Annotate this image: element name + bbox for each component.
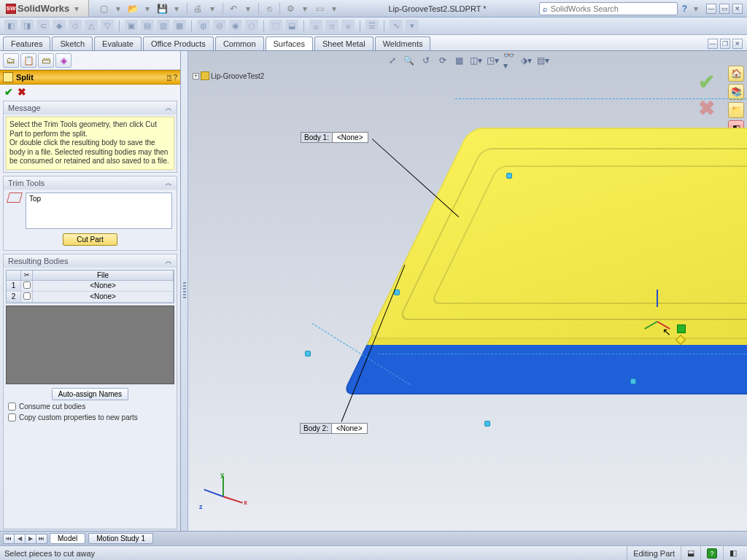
- confirm-cancel-icon[interactable]: ✖: [698, 96, 715, 120]
- tool-icon[interactable]: ◇: [69, 20, 82, 33]
- tool-icon[interactable]: ⊂: [36, 20, 50, 33]
- callout-value[interactable]: <None>: [332, 423, 368, 434]
- zoom-area-icon[interactable]: 🔍: [402, 54, 417, 67]
- tool-icon[interactable]: ◎: [213, 20, 226, 33]
- view-settings-icon[interactable]: ▤▾: [536, 54, 551, 67]
- tool-icon[interactable]: ∿: [390, 20, 403, 33]
- plane-handle[interactable]: [630, 378, 636, 384]
- rebuild-icon[interactable]: ⎋: [263, 3, 275, 15]
- motion-study-tab[interactable]: Motion Study 1: [88, 533, 153, 544]
- expand-icon[interactable]: +: [193, 73, 199, 79]
- body2-callout[interactable]: Body 2: <None>: [300, 423, 368, 434]
- tab-office-products[interactable]: Office Products: [143, 36, 214, 50]
- table-row[interactable]: 2 <None>: [7, 292, 174, 303]
- previous-view-icon[interactable]: ↺: [419, 54, 433, 67]
- row-file[interactable]: <None>: [33, 281, 174, 291]
- close-button[interactable]: ✕: [732, 4, 743, 14]
- tool-icon[interactable]: ▽: [101, 20, 114, 33]
- collapse-icon[interactable]: ︽: [165, 256, 172, 266]
- status-rebuild-icon[interactable]: ◧: [723, 546, 743, 560]
- tab-surfaces[interactable]: Surfaces: [266, 36, 313, 50]
- print-icon[interactable]: 🖨: [192, 3, 204, 15]
- tool-icon[interactable]: ◍: [197, 20, 210, 33]
- tool-icon[interactable]: △: [85, 20, 98, 33]
- panel-tab-property-manager[interactable]: 📋: [20, 53, 36, 68]
- tab-nav-prev[interactable]: ◀: [14, 534, 26, 544]
- callout-value[interactable]: <None>: [333, 132, 368, 143]
- panel-tab-feature-manager[interactable]: 🗂: [3, 53, 19, 68]
- collapse-icon[interactable]: ︽: [165, 178, 172, 188]
- flyout-tree-root[interactable]: + Lip-GrooveTest2: [193, 71, 264, 80]
- design-library-tab-icon[interactable]: 📚: [728, 84, 744, 100]
- tab-features[interactable]: Features: [3, 36, 50, 50]
- undo-icon[interactable]: ↶: [228, 3, 239, 15]
- help-icon[interactable]: ?: [682, 4, 687, 14]
- dropdown-icon[interactable]: ▾: [112, 3, 124, 15]
- new-icon[interactable]: ▢: [98, 3, 109, 15]
- plane-handle[interactable]: [506, 173, 512, 179]
- view-orientation-icon[interactable]: ▦: [452, 54, 467, 67]
- tab-evaluate[interactable]: Evaluate: [94, 36, 142, 50]
- graphics-viewport[interactable]: + Lip-GrooveTest2 ⤢ 🔍 ↺ ⟳ ▦ ◫▾ ◳▾ 👓▾ ⬗▾ …: [188, 51, 747, 531]
- row-checkbox[interactable]: [23, 292, 31, 300]
- trim-tools-list[interactable]: Top: [26, 192, 172, 229]
- dropdown-icon[interactable]: ▾: [406, 20, 419, 33]
- panel-tab-dimxpert[interactable]: ◈: [55, 53, 71, 68]
- panel-resize-grip[interactable]: [181, 51, 188, 531]
- file-explorer-tab-icon[interactable]: 📁: [728, 102, 744, 118]
- table-row[interactable]: 1 <None>: [7, 281, 174, 292]
- panel-tab-configuration[interactable]: 🗃: [38, 53, 54, 68]
- tool-icon[interactable]: ⎅: [325, 20, 338, 33]
- status-unit-icon[interactable]: ⬓: [681, 546, 700, 560]
- dropdown-icon[interactable]: ▾: [206, 3, 218, 15]
- open-icon[interactable]: 📂: [127, 3, 139, 15]
- status-help-icon[interactable]: ?: [707, 548, 717, 559]
- copy-custom-props-checkbox[interactable]: Copy custom properties to new parts: [4, 412, 177, 423]
- hide-show-icon[interactable]: ◳▾: [486, 54, 500, 67]
- apply-scene-icon[interactable]: ⬗▾: [519, 54, 534, 67]
- dropdown-icon[interactable]: ▾: [299, 3, 311, 15]
- body1-callout[interactable]: Body 1: <None>: [301, 132, 368, 143]
- tool-icon[interactable]: ▤: [141, 20, 154, 33]
- tool-icon[interactable]: ◆: [53, 20, 66, 33]
- search-box[interactable]: ⌕: [539, 2, 678, 15]
- tool-icon[interactable]: ▥: [157, 20, 170, 33]
- dropdown-icon[interactable]: ▾: [171, 3, 182, 15]
- tab-weldments[interactable]: Weldments: [375, 36, 431, 50]
- plane-handle[interactable]: [484, 421, 490, 427]
- tool-icon[interactable]: ◧: [4, 20, 18, 33]
- tab-nav-next[interactable]: ▶: [25, 534, 36, 544]
- save-icon[interactable]: 💾: [156, 3, 168, 15]
- tool-icon[interactable]: ◌: [245, 20, 258, 33]
- auto-assign-names-button[interactable]: Auto-assign Names: [52, 388, 128, 400]
- screen-icon[interactable]: ▭: [314, 3, 325, 15]
- cut-part-button[interactable]: Cut Part: [63, 233, 117, 246]
- accept-button[interactable]: ✔: [4, 86, 13, 98]
- tab-sheet-metal[interactable]: Sheet Metal: [314, 36, 374, 50]
- zoom-fit-icon[interactable]: ⤢: [385, 54, 400, 67]
- dropdown-icon[interactable]: ▾: [142, 3, 153, 15]
- tool-icon[interactable]: ⎄: [309, 20, 322, 33]
- row-checkbox[interactable]: [23, 281, 31, 289]
- tab-common[interactable]: Common: [215, 36, 264, 50]
- consume-cut-bodies-checkbox[interactable]: Consume cut bodies: [4, 401, 177, 412]
- search-input[interactable]: [551, 4, 674, 13]
- collapse-icon[interactable]: ︽: [165, 103, 172, 113]
- sub-restore-button[interactable]: ❐: [720, 39, 730, 49]
- tab-nav-first[interactable]: ⏮: [3, 534, 15, 544]
- dropdown-icon[interactable]: ▾: [328, 3, 340, 15]
- model-tab[interactable]: Model: [50, 533, 85, 544]
- tool-icon[interactable]: ⎆: [341, 20, 355, 33]
- sub-close-button[interactable]: ✕: [732, 39, 743, 49]
- cancel-button[interactable]: ✖: [18, 86, 26, 98]
- tool-icon[interactable]: ◨: [20, 20, 34, 33]
- dropdown-icon[interactable]: ▾: [690, 3, 702, 15]
- pin-icon[interactable]: ⍰: [167, 74, 171, 82]
- tool-icon[interactable]: ☰: [365, 20, 379, 33]
- tool-icon[interactable]: ⬚: [269, 20, 282, 33]
- plane-handle[interactable]: [305, 351, 311, 357]
- resources-tab-icon[interactable]: 🏠: [728, 66, 744, 82]
- sub-minimize-button[interactable]: —: [708, 39, 718, 49]
- tool-icon[interactable]: ◉: [229, 20, 242, 33]
- section-view-icon[interactable]: ⟳: [436, 54, 450, 67]
